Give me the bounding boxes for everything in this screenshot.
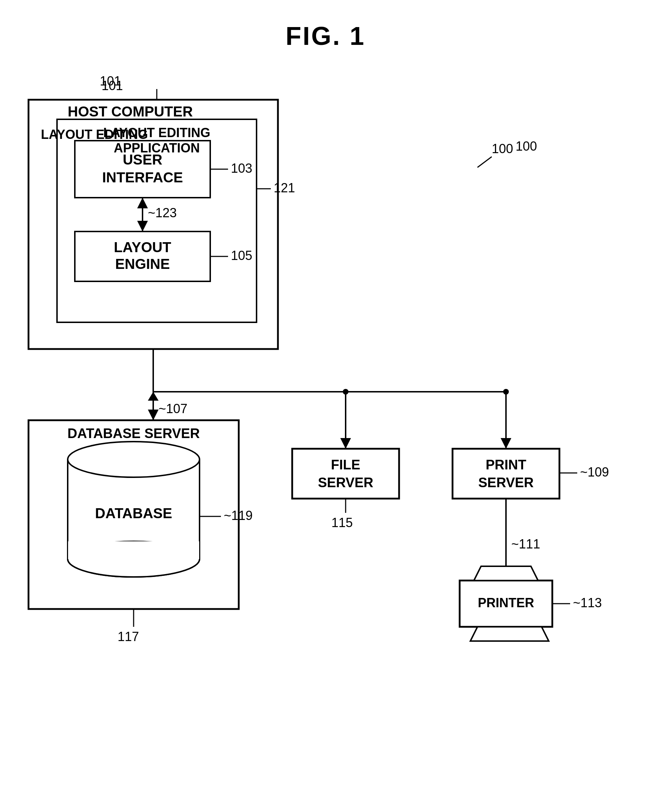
svg-text:INTERFACE: INTERFACE: [102, 169, 183, 185]
svg-marker-25: [148, 409, 159, 420]
svg-text:117: 117: [118, 629, 139, 644]
svg-text:~111: ~111: [511, 537, 540, 551]
svg-text:103: 103: [231, 161, 252, 176]
svg-point-37: [68, 541, 200, 577]
ref-101: 101: [102, 78, 123, 93]
svg-line-21: [477, 157, 492, 167]
svg-text:~119: ~119: [224, 508, 253, 523]
layout-app-box: [57, 119, 257, 322]
svg-text:PRINT: PRINT: [486, 457, 526, 472]
printer-box: [460, 580, 552, 627]
svg-text:~109: ~109: [580, 465, 609, 479]
print-server-box: [452, 449, 559, 499]
svg-text:APPLICATION: APPLICATION: [114, 141, 200, 155]
svg-text:LAYOUT: LAYOUT: [114, 239, 171, 255]
svg-text:~123: ~123: [148, 206, 177, 220]
svg-rect-35: [68, 459, 200, 559]
svg-text:121: 121: [274, 180, 295, 195]
svg-text:ENGINE: ENGINE: [115, 256, 170, 272]
svg-text:HOST COMPUTER: HOST COMPUTER: [68, 104, 193, 119]
svg-text:USER: USER: [122, 152, 162, 167]
svg-text:SERVER: SERVER: [478, 475, 534, 490]
svg-text:PRINTER: PRINTER: [478, 595, 534, 610]
svg-rect-38: [68, 541, 199, 559]
svg-text:DATABASE SERVER: DATABASE SERVER: [67, 426, 200, 441]
svg-text:~107: ~107: [159, 401, 187, 416]
svg-point-33: [503, 389, 509, 395]
svg-text:FILE: FILE: [331, 457, 360, 472]
svg-marker-32: [501, 438, 511, 449]
svg-text:LAYOUT EDITING: LAYOUT EDITING: [41, 127, 148, 142]
layout-engine-box: [75, 232, 210, 281]
svg-marker-10: [137, 221, 148, 232]
svg-text:105: 105: [231, 248, 252, 263]
svg-text:LAYOUT EDITING: LAYOUT EDITING: [103, 125, 211, 140]
svg-marker-9: [137, 198, 148, 208]
svg-marker-56: [470, 627, 549, 641]
svg-point-30: [343, 389, 348, 395]
ref-100: 100: [516, 139, 537, 154]
svg-marker-55: [474, 566, 538, 580]
svg-text:DATABASE: DATABASE: [95, 505, 172, 521]
svg-text:115: 115: [332, 515, 353, 530]
file-server-box: [292, 449, 399, 499]
svg-marker-29: [340, 438, 351, 449]
svg-marker-26: [148, 392, 159, 401]
database-server-box: [29, 420, 239, 609]
page-title: FIG. 1: [0, 0, 651, 50]
svg-marker-53: [501, 570, 511, 580]
user-interface-box: [75, 141, 210, 198]
host-computer-box: [29, 100, 278, 349]
svg-point-36: [68, 442, 200, 477]
svg-text:SERVER: SERVER: [318, 475, 373, 490]
svg-text:100: 100: [492, 141, 513, 156]
svg-text:~113: ~113: [573, 595, 602, 610]
